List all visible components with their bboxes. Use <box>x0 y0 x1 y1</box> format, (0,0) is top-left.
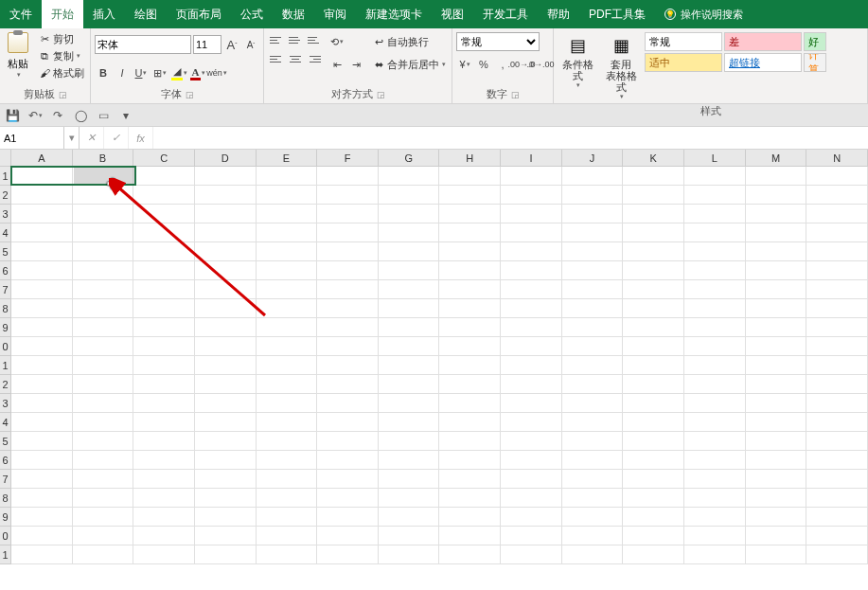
cell[interactable] <box>562 527 624 545</box>
cell[interactable] <box>379 413 440 432</box>
cell[interactable] <box>133 489 195 508</box>
column-headers[interactable]: ABCDEFGHIJKLMN <box>11 150 868 167</box>
cell[interactable] <box>501 508 562 527</box>
cut-button[interactable]: ✂ 剪切 <box>36 30 86 47</box>
cell[interactable] <box>11 167 73 186</box>
cell[interactable] <box>73 261 134 280</box>
cell[interactable] <box>133 545 195 564</box>
cell[interactable] <box>806 489 868 508</box>
save-button[interactable]: 💾 <box>4 107 21 124</box>
cell[interactable] <box>317 375 379 394</box>
cell[interactable] <box>133 242 195 261</box>
font-size-select[interactable] <box>193 35 221 54</box>
cell[interactable] <box>439 280 501 299</box>
cell[interactable] <box>501 356 562 375</box>
cell[interactable] <box>439 375 501 394</box>
cell[interactable] <box>133 451 195 470</box>
cell[interactable] <box>195 413 257 432</box>
cell[interactable] <box>806 394 868 413</box>
cell[interactable] <box>11 545 73 564</box>
cell[interactable] <box>73 337 134 356</box>
cell[interactable] <box>501 489 562 508</box>
cell[interactable] <box>439 470 501 489</box>
cell[interactable] <box>11 356 73 375</box>
select-all-corner[interactable] <box>0 150 11 167</box>
cell[interactable] <box>562 242 624 261</box>
tab-newtab[interactable]: 新建选项卡 <box>356 0 432 28</box>
cell[interactable] <box>133 527 195 545</box>
cell[interactable] <box>684 394 746 413</box>
cell[interactable] <box>73 451 134 470</box>
cell[interactable] <box>257 394 318 413</box>
cell[interactable] <box>439 451 501 470</box>
cell[interactable] <box>11 186 73 205</box>
cell[interactable] <box>257 318 318 337</box>
cell[interactable] <box>746 356 807 375</box>
cell[interactable] <box>806 261 868 280</box>
cell[interactable] <box>133 432 195 451</box>
cell[interactable] <box>562 432 624 451</box>
cell[interactable] <box>562 223 624 242</box>
cell[interactable] <box>562 186 624 205</box>
cell[interactable] <box>11 451 73 470</box>
cell[interactable] <box>623 451 684 470</box>
cell[interactable] <box>133 470 195 489</box>
cell[interactable] <box>195 337 257 356</box>
row-header[interactable]: 3 <box>0 394 10 413</box>
cell[interactable] <box>562 337 624 356</box>
row-header[interactable]: 8 <box>0 299 10 318</box>
align-left-button[interactable] <box>268 51 285 66</box>
cell[interactable] <box>623 223 684 242</box>
cell[interactable] <box>195 489 257 508</box>
cell[interactable] <box>133 394 195 413</box>
cell[interactable] <box>501 375 562 394</box>
cell[interactable] <box>11 432 73 451</box>
cell[interactable] <box>195 186 257 205</box>
cell[interactable] <box>623 337 684 356</box>
cell[interactable] <box>257 223 318 242</box>
cell[interactable] <box>439 337 501 356</box>
cell[interactable] <box>623 527 684 545</box>
cell[interactable] <box>684 432 746 451</box>
row-header[interactable]: 0 <box>0 337 10 356</box>
style-good[interactable]: 好 <box>804 32 826 51</box>
cell[interactable] <box>562 394 624 413</box>
cell[interactable] <box>501 186 562 205</box>
cell[interactable] <box>684 451 746 470</box>
cell[interactable] <box>379 223 440 242</box>
decrease-indent-button[interactable]: ⇤ <box>328 55 345 74</box>
column-header[interactable]: F <box>317 150 379 166</box>
cell[interactable] <box>11 223 73 242</box>
row-header[interactable]: 7 <box>0 280 10 299</box>
cell[interactable] <box>133 299 195 318</box>
cell[interactable] <box>257 299 318 318</box>
cell[interactable] <box>133 413 195 432</box>
cell[interactable] <box>684 356 746 375</box>
cell[interactable] <box>623 186 684 205</box>
cell[interactable] <box>73 280 134 299</box>
cell[interactable] <box>195 508 257 527</box>
qat-button[interactable]: ◯ <box>72 107 89 124</box>
cell[interactable] <box>623 280 684 299</box>
align-top-button[interactable] <box>268 32 285 47</box>
cell[interactable] <box>379 489 440 508</box>
cell[interactable] <box>11 299 73 318</box>
cell[interactable] <box>806 186 868 205</box>
cell[interactable] <box>623 432 684 451</box>
cell[interactable] <box>257 470 318 489</box>
cell[interactable] <box>746 186 807 205</box>
cell[interactable] <box>317 318 379 337</box>
cell[interactable] <box>11 394 73 413</box>
cell[interactable] <box>439 489 501 508</box>
qat-button[interactable]: ▭ <box>95 107 112 124</box>
cell[interactable] <box>746 299 807 318</box>
row-header[interactable]: 9 <box>0 318 10 337</box>
cell[interactable] <box>133 205 195 223</box>
cell[interactable] <box>684 299 746 318</box>
cell[interactable] <box>73 527 134 545</box>
cell[interactable] <box>317 280 379 299</box>
cell[interactable] <box>257 508 318 527</box>
cell[interactable] <box>439 413 501 432</box>
cell[interactable] <box>195 375 257 394</box>
cell[interactable] <box>73 223 134 242</box>
